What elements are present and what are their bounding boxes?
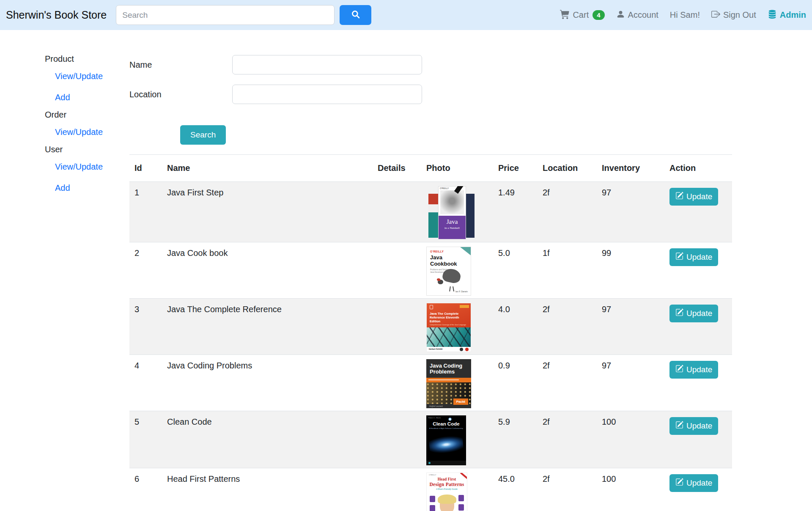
sidebar-item-user-add[interactable]: Add [55, 183, 127, 193]
product-location: 1f [538, 242, 597, 299]
filter-form: Name Location Search [129, 55, 772, 145]
col-header-location: Location [538, 155, 597, 182]
cart-icon [560, 9, 570, 21]
product-inventory: 97 [597, 182, 664, 242]
cover-title: Java [439, 218, 466, 225]
account-link[interactable]: Account [616, 10, 658, 21]
product-details [373, 242, 421, 299]
table-row: 5Clean CodeRobert C. MartinClean CodeA H… [129, 411, 732, 468]
product-photo-cell: O'REILLYHead FirstDesign PatternsA Brain… [421, 468, 493, 511]
book-spine-left [428, 194, 439, 238]
pencil-square-icon [675, 365, 683, 375]
cover-title: Java Cookbook [430, 255, 461, 267]
product-location: 2f [538, 299, 597, 355]
cart-count-badge: 4 [593, 10, 604, 20]
product-details [373, 411, 421, 468]
update-button-label: Update [686, 421, 712, 431]
navbar-search-input[interactable] [116, 5, 335, 25]
product-details [373, 468, 421, 511]
navbar-search-button[interactable] [340, 5, 371, 25]
page: Sherwin's Book Store Cart 4 [0, 0, 812, 511]
product-name: Java Coding Problems [162, 355, 373, 411]
product-inventory: 100 [597, 468, 664, 511]
product-action-cell: Update [664, 182, 732, 242]
book-cover-photo: O'REILLYJava CookbookProblems and Soluti… [426, 247, 471, 296]
cover-author: Ian F. Darwin [455, 291, 468, 293]
cover-footer [426, 461, 466, 465]
book-cover-photo: Robert C. MartinClean CodeA Handbook of … [426, 415, 466, 465]
book-cover-photo: Java The Complete Reference Eleventh Edi… [426, 303, 471, 352]
sidebar-item-order-view-update[interactable]: View/Update [55, 127, 127, 137]
product-price: 4.0 [493, 299, 538, 355]
update-button[interactable]: Update [669, 361, 718, 379]
location-field[interactable] [232, 85, 422, 104]
col-header-action: Action [664, 155, 732, 182]
row-id: 4 [129, 355, 162, 411]
col-header-price: Price [493, 155, 538, 182]
sign-out-label: Sign Out [723, 10, 756, 20]
admin-link[interactable]: Admin [768, 9, 806, 21]
filter-search-button[interactable]: Search [180, 125, 226, 145]
product-location: 2f [538, 182, 597, 242]
person-icon [616, 10, 625, 21]
content: Product View/Update Add Order View/Updat… [0, 30, 812, 511]
sidebar-item-product-view-update[interactable]: View/Update [55, 71, 127, 81]
table-row: 6Head First PatternsO'REILLYHead FirstDe… [129, 468, 732, 511]
product-price: 5.9 [493, 411, 538, 468]
product-photo-cell: Java The Complete Reference Eleventh Edi… [421, 299, 493, 355]
product-photo-cell: O'REILLYJava CookbookProblems and Soluti… [421, 242, 493, 299]
product-location: 2f [538, 355, 597, 411]
update-button[interactable]: Update [669, 305, 718, 322]
product-action-cell: Update [664, 242, 732, 299]
cover-publisher: O'REILLY [429, 474, 436, 476]
sign-out-link[interactable]: Sign Out [711, 10, 756, 21]
corner-badge [460, 305, 469, 308]
cover-footer: Herbert Schildt [427, 347, 471, 352]
table-row: 3Java The Complete ReferenceJava The Com… [129, 299, 732, 355]
update-button-label: Update [686, 192, 712, 201]
cover-title-block: Java The Complete Reference Eleventh Edi… [427, 303, 471, 327]
pencil-square-icon [675, 192, 683, 202]
product-inventory: 97 [597, 299, 664, 355]
brand[interactable]: Sherwin's Book Store [6, 9, 107, 21]
update-button[interactable]: Update [669, 474, 718, 492]
cover-subtitle: in a Nutshell [439, 226, 466, 230]
book-cover-photo: O'REILLYJavain a Nutshell [426, 186, 478, 239]
cover-subtitle: A Brain-Friendly Guide [427, 488, 467, 491]
cover-title: Java Coding Problems [426, 359, 471, 375]
product-action-cell: Update [664, 355, 732, 411]
packt-logo: Packt [453, 398, 468, 405]
product-location: 2f [538, 468, 597, 511]
sidebar: Product View/Update Add Order View/Updat… [0, 30, 127, 193]
nebula-illustration [428, 431, 464, 459]
cart-link[interactable]: Cart 4 [560, 9, 604, 21]
update-button[interactable]: Update [669, 188, 718, 206]
product-name: Clean Code [162, 411, 373, 468]
main-panel: Name Location Search Id Name [127, 30, 812, 511]
name-field-label: Name [129, 60, 232, 70]
tiger-illustration [440, 190, 464, 214]
sidebar-item-product-add[interactable]: Add [55, 93, 127, 102]
database-icon [768, 9, 777, 21]
col-header-name: Name [162, 155, 373, 182]
cover-title-block: Javain a Nutshell [439, 216, 466, 239]
product-inventory: 100 [597, 411, 664, 468]
location-field-label: Location [129, 90, 232, 99]
pencil-square-icon [675, 478, 683, 488]
name-field[interactable] [232, 55, 422, 74]
product-location: 2f [538, 411, 597, 468]
publisher-logo [430, 305, 433, 309]
pencil-square-icon [675, 421, 683, 431]
pencil-square-icon [675, 308, 683, 319]
cover-author: Anghel Leonard [429, 405, 443, 407]
row-id: 2 [129, 242, 162, 299]
book-cover-photo: Java Coding ProblemsPacktAnghel Leonard [426, 359, 471, 408]
greeting-text: Hi Sam! [670, 10, 700, 20]
update-button[interactable]: Update [669, 248, 718, 266]
update-button[interactable]: Update [669, 417, 718, 435]
product-name: Head First Patterns [162, 468, 373, 511]
search-icon [351, 10, 360, 20]
sidebar-item-user-view-update[interactable]: View/Update [55, 162, 127, 172]
product-details [373, 355, 421, 411]
cart-label: Cart [573, 10, 589, 20]
